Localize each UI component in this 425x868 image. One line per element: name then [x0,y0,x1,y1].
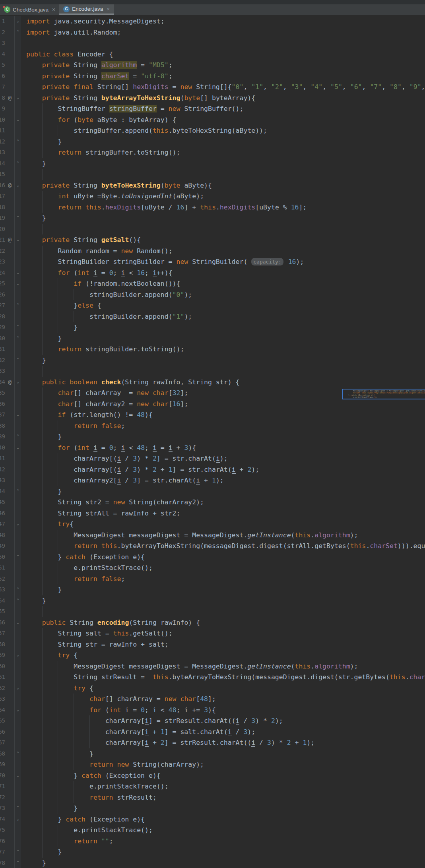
fold-icon[interactable]: ⌃ [15,322,21,333]
code-text[interactable] [21,366,425,377]
code-text[interactable]: } [21,858,425,868]
code-text[interactable]: private String byteArrayToHexString(byte… [21,93,425,104]
code-text[interactable]: try{ [21,519,425,530]
code-text[interactable] [21,38,425,49]
code-text[interactable]: return false; [21,574,425,585]
code-text[interactable]: for (int i = 0; i < 16; i++){ [21,267,425,279]
annotation-gutter-icon[interactable]: @ [5,234,14,246]
close-icon[interactable]: × [107,6,110,12]
code-text[interactable]: String strResult = this.byteArrayToHexSt… [21,672,425,683]
fold-icon[interactable]: ⌄ [15,442,21,453]
close-icon[interactable]: × [52,7,55,12]
code-text[interactable]: return ""; [21,836,425,847]
fold-icon[interactable]: ⌄ [15,519,21,530]
code-text[interactable]: public boolean check(String rawInfo, Str… [21,377,425,388]
fold-icon[interactable]: ⌃ [15,213,21,224]
fold-icon[interactable]: ⌄ [15,234,21,246]
code-text[interactable]: for (byte aByte : byteArray) { [21,114,425,126]
fold-icon[interactable]: ⌄ [15,409,21,420]
code-text[interactable]: if (!random.nextBoolean()){ [21,278,425,289]
code-text[interactable] [21,606,425,617]
fold-icon[interactable]: ⌃ [15,486,21,497]
code-text[interactable]: String str = rawInfo + salt; [21,639,425,650]
tab-encoder-java[interactable]: C Encoder.java × [59,4,114,15]
code-text[interactable] [21,169,425,180]
code-text[interactable]: } [21,486,425,497]
code-text[interactable]: private String charSet = "utf-8"; [21,71,425,82]
code-text[interactable]: e.printStackTrace(); [21,825,425,836]
code-text[interactable]: for (int i = 0; i < 48; i += 3){ [21,705,425,716]
code-text[interactable]: private final String[] hexDigits = new S… [21,81,425,93]
fold-icon[interactable]: ⌄ [15,814,21,825]
fold-icon[interactable]: ⌃ [15,158,21,169]
code-text[interactable]: private String byteToHexString(byte aByt… [21,180,425,191]
annotation-gutter-icon[interactable]: @ [5,180,14,191]
fold-icon[interactable]: ⌄ [15,267,21,279]
fold-icon[interactable]: ⌄ [15,770,21,781]
fold-icon[interactable]: ⌃ [15,27,21,38]
code-text[interactable]: } [21,595,425,606]
code-text[interactable]: charArray[i + 1] = salt.charAt(i / 3); [21,727,425,738]
fold-icon[interactable]: ⌃ [15,748,21,760]
code-text[interactable]: private String getSalt(){ [21,234,425,246]
code-text[interactable]: try { [21,650,425,661]
code-text[interactable]: StringBuffer stringBuffer = new StringBu… [21,103,425,114]
code-text[interactable]: for (int i = 0; i < 48; i = i + 3){ [21,442,425,453]
tab-checkbox-java[interactable]: C CheckBox.java × [0,4,59,15]
code-text[interactable]: char[] charArray = new char[48]; [21,694,425,705]
code-text[interactable]: try { [21,683,425,694]
code-text[interactable]: } [21,213,425,224]
code-text[interactable]: String salt = this.getSalt(); [21,628,425,639]
code-text[interactable]: } [21,584,425,595]
code-text[interactable]: } [21,355,425,366]
fold-icon[interactable]: ⌄ [15,650,21,661]
code-text[interactable]: charArray[i] = strResult.charAt((i / 3) … [21,715,425,727]
code-text[interactable]: String str2 = new String(charArray2); [21,497,425,508]
code-text[interactable]: public String encoding(String rawInfo) { [21,617,425,628]
fold-icon[interactable]: ⌃ [15,136,21,147]
fold-icon[interactable]: ⌄ [15,705,21,716]
code-text[interactable]: return strResult; [21,792,425,803]
code-text[interactable]: private String algorithm = "MD5"; [21,60,425,71]
code-text[interactable]: } catch (Exception e){ [21,552,425,563]
fold-icon[interactable]: ⌃ [15,552,21,563]
code-text[interactable]: } [21,847,425,858]
code-text[interactable]: charArray[(i / 3) * 2 + 1] = str.charAt(… [21,464,425,475]
fold-icon[interactable]: ⌃ [15,595,21,606]
fold-icon[interactable]: ⌄ [15,617,21,628]
code-text[interactable]: int uByte =Byte.toUnsignedInt(aByte); [21,191,425,202]
code-text[interactable]: if (str.length() != 48){ [21,409,425,420]
code-text[interactable]: charArray[(i / 3) * 2] = str.charAt(i); [21,453,425,464]
code-text[interactable]: } catch (Exception e){ [21,770,425,781]
code-text[interactable]: } [21,136,425,147]
fold-icon[interactable]: ⌃ [15,584,21,595]
code-text[interactable]: return stringBuilder.toString(); [21,344,425,355]
fold-icon[interactable]: ⌃ [15,847,21,858]
code-text[interactable]: return false; [21,420,425,432]
code-text[interactable]: MessageDigest messageDigest = MessageDig… [21,661,425,672]
fold-icon[interactable]: ⌄ [15,377,21,388]
fold-icon[interactable]: ⌃ [15,858,21,868]
fold-icon[interactable]: ⌄ [15,683,21,694]
code-text[interactable]: return stringBuffer.toString(); [21,147,425,158]
code-text[interactable] [21,224,425,235]
annotation-gutter-icon[interactable]: @ [5,93,14,104]
fold-icon[interactable]: ⌄ [15,180,21,191]
fold-icon[interactable]: ⌄ [15,16,21,27]
code-text[interactable]: } [21,322,425,333]
code-text[interactable]: } [21,158,425,169]
code-text[interactable]: StringBuilder stringBuilder = new String… [21,256,425,267]
code-text[interactable]: charArray[i + 2] = strResult.charAt((i /… [21,737,425,748]
code-text[interactable]: } [21,748,425,760]
code-text[interactable]: return this.hexDigits[uByte / 16] + this… [21,202,425,213]
code-text[interactable]: charArray2[i / 3] = str.charAt(i + 1); [21,475,425,486]
fold-icon[interactable]: ⌄ [15,114,21,126]
code-text[interactable]: } [21,803,425,814]
fold-icon[interactable]: ⌄ [15,93,21,104]
code-text[interactable]: import java.util.Random; [21,27,425,38]
code-text[interactable]: public class Encoder { [21,49,425,60]
fold-icon[interactable]: ⌃ [15,300,21,311]
code-text[interactable]: stringBuilder.append("1"); [21,311,425,322]
code-text[interactable]: e.printStackTrace(); [21,562,425,574]
code-text[interactable]: return this.byteArrayToHexString(message… [21,541,425,552]
